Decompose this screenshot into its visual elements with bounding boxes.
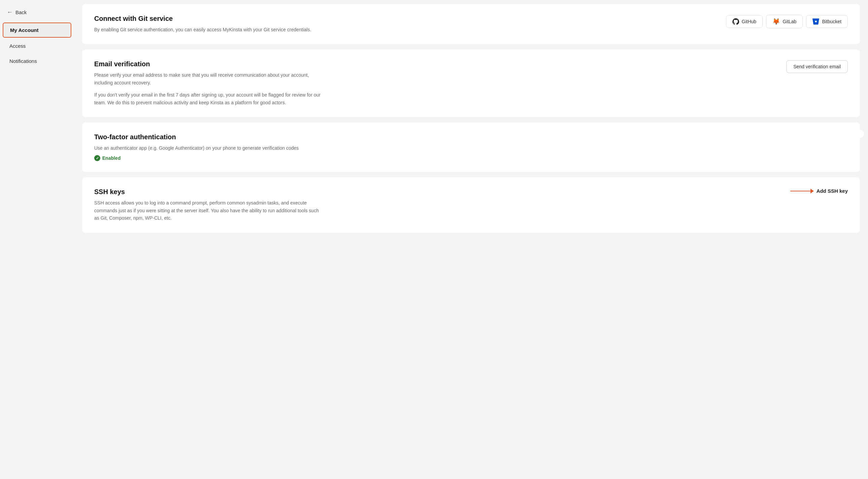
- sidebar-item-notifications-label: Notifications: [9, 58, 37, 64]
- back-label: Back: [16, 9, 27, 15]
- check-circle-icon: ✓: [94, 155, 100, 161]
- ssh-keys-card: SSH keys SSH access allows you to log in…: [82, 177, 860, 232]
- email-verification-text: Email verification Please verify your em…: [94, 60, 323, 106]
- add-ssh-key-button[interactable]: Add SSH key: [790, 188, 848, 194]
- git-service-description: By enabling Git service authentication, …: [94, 26, 311, 33]
- sidebar: ← Back My Account Access Notifications: [0, 0, 74, 479]
- git-service-header: Connect with Git service By enabling Git…: [94, 15, 848, 33]
- git-service-card: Connect with Git service By enabling Git…: [82, 4, 860, 44]
- gitlab-button[interactable]: 🦊 GitLab: [766, 15, 803, 28]
- sidebar-item-my-account[interactable]: My Account: [3, 23, 71, 38]
- two-factor-auth-description: Use an authenticator app (e.g. Google Au…: [94, 144, 323, 152]
- bitbucket-icon: [812, 18, 819, 25]
- email-verification-desc2: If you don't verify your email in the fi…: [94, 91, 323, 106]
- email-verification-header: Email verification Please verify your em…: [94, 60, 848, 106]
- two-factor-enabled-label: Enabled: [102, 155, 120, 161]
- arrow-head: [810, 189, 814, 193]
- main-content: Connect with Git service By enabling Git…: [74, 0, 868, 479]
- sidebar-item-access[interactable]: Access: [3, 39, 71, 53]
- back-button[interactable]: ← Back: [0, 5, 74, 19]
- ssh-keys-header: SSH keys SSH access allows you to log in…: [94, 188, 848, 222]
- two-factor-auth-text: Two-factor authentication Use an authent…: [94, 133, 841, 161]
- back-arrow-icon: ←: [7, 9, 13, 16]
- github-label: GitHub: [742, 19, 757, 24]
- arrow-shaft: [790, 191, 810, 192]
- two-factor-auth-card: Two-factor authentication Use an authent…: [82, 122, 860, 172]
- ssh-keys-title: SSH keys: [94, 188, 323, 196]
- github-button[interactable]: GitHub: [726, 15, 763, 28]
- email-verification-card: Email verification Please verify your em…: [82, 50, 860, 117]
- ssh-keys-text: SSH keys SSH access allows you to log in…: [94, 188, 323, 222]
- gitlab-icon: 🦊: [772, 18, 780, 25]
- git-buttons-group: GitHub 🦊 GitLab Bitbucket: [726, 15, 848, 28]
- send-verification-email-button[interactable]: Send verification email: [786, 60, 848, 73]
- bitbucket-button[interactable]: Bitbucket: [806, 15, 848, 28]
- two-factor-enabled-badge: ✓ Enabled: [94, 155, 841, 161]
- git-service-text: Connect with Git service By enabling Git…: [94, 15, 311, 33]
- github-icon: [733, 18, 739, 25]
- add-ssh-key-label: Add SSH key: [816, 188, 848, 194]
- two-factor-auth-header: Two-factor authentication Use an authent…: [94, 133, 848, 161]
- gitlab-label: GitLab: [782, 19, 796, 24]
- sidebar-item-my-account-label: My Account: [10, 27, 38, 33]
- arrow-line: [790, 189, 814, 193]
- bitbucket-label: Bitbucket: [822, 19, 841, 24]
- add-ssh-key-wrapper: Add SSH key: [790, 188, 848, 194]
- ssh-keys-description: SSH access allows you to log into a comm…: [94, 199, 323, 222]
- two-factor-auth-title: Two-factor authentication: [94, 133, 841, 141]
- email-verification-title: Email verification: [94, 60, 323, 68]
- git-service-title: Connect with Git service: [94, 15, 311, 23]
- sidebar-item-notifications[interactable]: Notifications: [3, 54, 71, 68]
- sidebar-item-access-label: Access: [9, 43, 26, 49]
- email-verification-desc1: Please verify your email address to make…: [94, 71, 323, 87]
